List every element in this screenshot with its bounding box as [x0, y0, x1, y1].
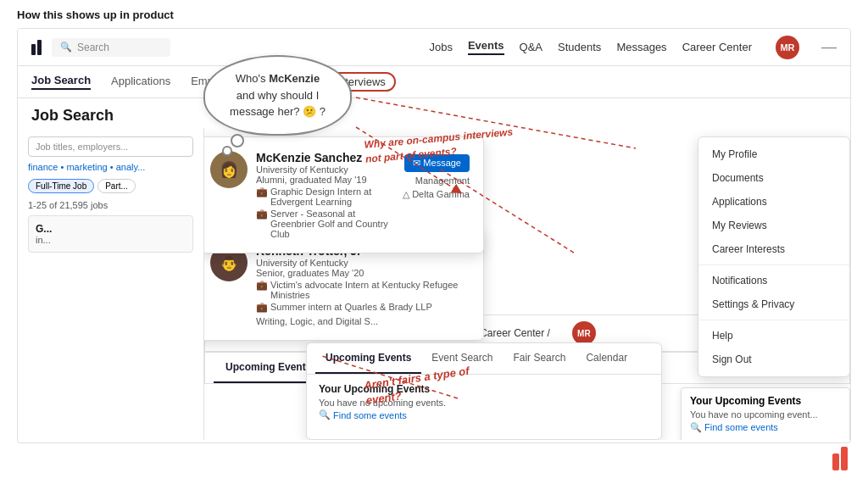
- profile-avatar-1: 👩: [210, 151, 248, 188]
- menu-notifications[interactable]: Notifications: [698, 269, 849, 292]
- dropdown-menu: My Profile Documents Applications My Rev…: [698, 136, 850, 377]
- profile-header-2: 👨 Kenneth Trotter, Jr University of Kent…: [210, 244, 470, 326]
- tab-calendar[interactable]: Calendar: [576, 343, 637, 374]
- job-title: G...: [36, 223, 186, 235]
- menu-my-profile[interactable]: My Profile: [698, 142, 849, 166]
- nav-links: Jobs Events Q&A Students Messages Career…: [429, 36, 837, 59]
- profile-dept: Management: [415, 175, 470, 186]
- tab-upcoming[interactable]: Upcoming Events: [315, 343, 421, 374]
- nav-link-events[interactable]: Events: [468, 39, 504, 55]
- search-placeholder: Search: [77, 42, 109, 53]
- profile-desc: Writing, Logic, and Digital S...: [256, 316, 470, 326]
- menu-divider: [698, 264, 849, 265]
- menu-help[interactable]: Help: [698, 324, 849, 348]
- menu-my-reviews[interactable]: My Reviews: [698, 214, 849, 237]
- profile-org: △ Delta Gamma: [403, 189, 470, 200]
- job-card-1: G... in...: [28, 215, 193, 253]
- search-bar[interactable]: 🔍 Search: [52, 38, 170, 57]
- page-title: How this shows up in product: [0, 0, 868, 28]
- part-time-btn[interactable]: Part...: [97, 179, 136, 193]
- thought-bubble: Who's McKenzie and why should I message …: [203, 55, 352, 136]
- side-events-panel: Your Upcoming Events You have no upcomin…: [681, 387, 850, 440]
- profile-info-2: Kenneth Trotter, Jr University of Kentuc…: [256, 244, 470, 326]
- tab-fair-search[interactable]: Fair Search: [503, 343, 576, 374]
- nav-link-students[interactable]: Students: [558, 41, 601, 53]
- job-count: 1-25 of 21,595 jobs: [28, 200, 193, 210]
- sub-nav-applications[interactable]: Applications: [111, 75, 170, 89]
- profile-status-1: Alumni, graduated May '19: [256, 175, 394, 185]
- thought-line3: message her? 😕 ?: [230, 105, 326, 118]
- nav2-career[interactable]: Career Center /: [480, 327, 550, 339]
- nav2-avatar[interactable]: MR: [572, 321, 596, 345]
- job-search-heading: Job Search: [18, 98, 850, 128]
- nav-dash[interactable]: —: [821, 38, 837, 56]
- profile-role-1: 💼Graphic Design Intern at Edvergent Lear…: [256, 186, 394, 207]
- menu-settings[interactable]: Settings & Privacy: [698, 292, 849, 316]
- nav-link-jobs[interactable]: Jobs: [429, 41, 452, 53]
- right-panel: 👩 McKenzie Sanchez University of Kentuck…: [204, 128, 850, 440]
- nav-link-messages[interactable]: Messages: [616, 41, 666, 53]
- thought-line2: and why should I: [236, 89, 320, 102]
- filter-tags: finance • marketing • analy...: [28, 162, 193, 172]
- menu-divider2: [698, 320, 849, 320]
- left-panel: Job titles, employers... finance • marke…: [18, 128, 204, 440]
- side-your-upcoming: Your Upcoming Events: [690, 395, 841, 407]
- menu-documents[interactable]: Documents: [698, 166, 849, 190]
- logo: [31, 40, 42, 55]
- sub-nav: Job Search Applications Employers On-Cam…: [18, 66, 850, 98]
- menu-career-interests[interactable]: Career Interests: [698, 237, 849, 261]
- menu-sign-out[interactable]: Sign Out: [698, 348, 849, 371]
- profile-role-4: 💼Summer intern at Quarles & Brady LLP: [256, 302, 470, 313]
- thought-name: McKenzie: [269, 72, 320, 85]
- full-time-btn[interactable]: Full-Time Job: [28, 179, 94, 193]
- profile-status-2: Senior, graduates May '20: [256, 268, 470, 278]
- nav-link-qa[interactable]: Q&A: [520, 41, 542, 53]
- top-nav: 🔍 Search Jobs Events Q&A Students Messag…: [18, 29, 850, 66]
- profile-school-2: University of Kentucky: [256, 258, 470, 268]
- job-company: in...: [36, 235, 186, 245]
- bottom-right-logo: [832, 447, 848, 470]
- side-find-link[interactable]: 🔍 Find some events: [690, 422, 841, 433]
- menu-applications[interactable]: Applications: [698, 190, 849, 214]
- side-no-events: You have no upcoming event...: [690, 409, 841, 420]
- filter-buttons: Full-Time Job Part...: [28, 179, 193, 193]
- profile-role-2: 💼Server - Seasonal at Greenbrier Golf an…: [256, 209, 394, 239]
- nav-link-career[interactable]: Career Center: [682, 41, 752, 53]
- search-icon: 🔍: [60, 42, 72, 53]
- profile-role-3: 💼Victim's advocate Intern at Kentucky Re…: [256, 280, 470, 300]
- search-input-placeholder: Job titles, employers...: [36, 142, 128, 152]
- avatar[interactable]: MR: [776, 36, 799, 59]
- profile-school-1: University of Kentucky: [256, 164, 394, 175]
- page-container: How this shows up in product 🔍 Search Jo…: [0, 0, 868, 484]
- sub-nav-job-search[interactable]: Job Search: [31, 74, 91, 90]
- profile-header: 👩 McKenzie Sanchez University of Kentuck…: [210, 151, 470, 239]
- thought-line1: Who's: [236, 72, 269, 85]
- job-search-input[interactable]: Job titles, employers...: [28, 136, 193, 157]
- find-events-link[interactable]: 🔍 Find some events: [319, 409, 649, 420]
